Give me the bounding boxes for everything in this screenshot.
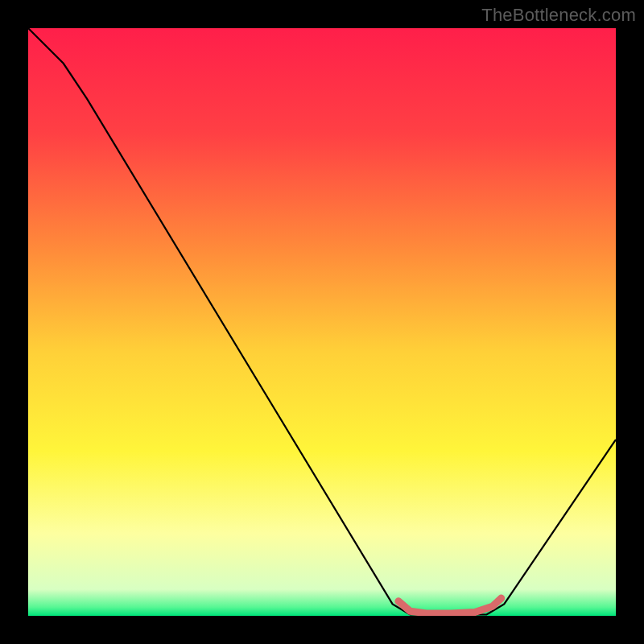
- chart-svg: [28, 28, 616, 616]
- gradient-background: [28, 28, 616, 616]
- watermark-text: TheBottleneck.com: [481, 5, 636, 26]
- chart-container: [28, 28, 616, 616]
